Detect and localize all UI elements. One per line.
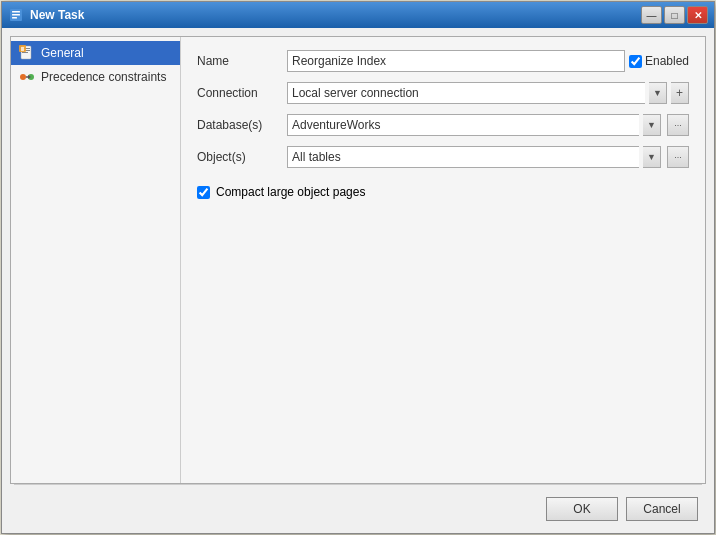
name-control-area: Enabled [287, 50, 689, 72]
window-icon [8, 7, 24, 23]
precedence-icon [19, 69, 35, 85]
connection-row: Connection Local server connection ▼ + [197, 81, 689, 105]
name-input[interactable] [287, 50, 625, 72]
svg-rect-3 [12, 17, 17, 19]
general-icon [19, 45, 35, 61]
databases-display: AdventureWorks [287, 114, 639, 136]
ok-button[interactable]: OK [546, 497, 618, 521]
content-area: Name Enabled Connection Local server con… [181, 37, 705, 483]
objects-control-area: All tables ▼ ··· [287, 146, 689, 168]
footer: OK Cancel [10, 491, 706, 525]
cancel-button[interactable]: Cancel [626, 497, 698, 521]
databases-dropdown-btn[interactable]: ▼ [643, 114, 661, 136]
connection-control-area: Local server connection ▼ + [287, 82, 689, 104]
minimize-button[interactable]: — [641, 6, 662, 24]
databases-row: Database(s) AdventureWorks ▼ ··· [197, 113, 689, 137]
objects-display: All tables [287, 146, 639, 168]
databases-label: Database(s) [197, 118, 287, 132]
objects-dropdown-btn[interactable]: ▼ [643, 146, 661, 168]
main-window: New Task — □ ✕ [1, 1, 715, 534]
sidebar-item-general-label: General [41, 46, 84, 60]
svg-rect-9 [21, 47, 24, 51]
objects-label: Object(s) [197, 150, 287, 164]
name-label: Name [197, 54, 287, 68]
sidebar-item-precedence[interactable]: Precedence constraints [11, 65, 180, 89]
svg-rect-7 [22, 52, 28, 53]
objects-browse-btn[interactable]: ··· [667, 146, 689, 168]
sidebar-item-precedence-label: Precedence constraints [41, 70, 166, 84]
compact-row: Compact large object pages [197, 185, 689, 199]
objects-row: Object(s) All tables ▼ ··· [197, 145, 689, 169]
title-bar: New Task — □ ✕ [2, 2, 714, 28]
connection-dropdown-btn[interactable]: ▼ [649, 82, 667, 104]
connection-display: Local server connection [287, 82, 645, 104]
window-body: General Precedence constraints [2, 28, 714, 533]
close-button[interactable]: ✕ [687, 6, 708, 24]
databases-control-area: AdventureWorks ▼ ··· [287, 114, 689, 136]
sidebar-item-general[interactable]: General [11, 41, 180, 65]
compact-checkbox[interactable] [197, 186, 210, 199]
enabled-label: Enabled [629, 54, 689, 68]
window-controls: — □ ✕ [641, 6, 708, 24]
connection-add-btn[interactable]: + [671, 82, 689, 104]
svg-rect-2 [12, 14, 20, 16]
compact-label: Compact large object pages [216, 185, 365, 199]
databases-browse-btn[interactable]: ··· [667, 114, 689, 136]
footer-divider [14, 484, 702, 485]
main-area: General Precedence constraints [10, 36, 706, 484]
maximize-button[interactable]: □ [664, 6, 685, 24]
svg-point-10 [20, 74, 26, 80]
enabled-checkbox[interactable] [629, 55, 642, 68]
connection-label: Connection [197, 86, 287, 100]
sidebar: General Precedence constraints [11, 37, 181, 483]
window-title: New Task [30, 8, 641, 22]
name-row: Name Enabled [197, 49, 689, 73]
svg-rect-1 [12, 11, 20, 13]
